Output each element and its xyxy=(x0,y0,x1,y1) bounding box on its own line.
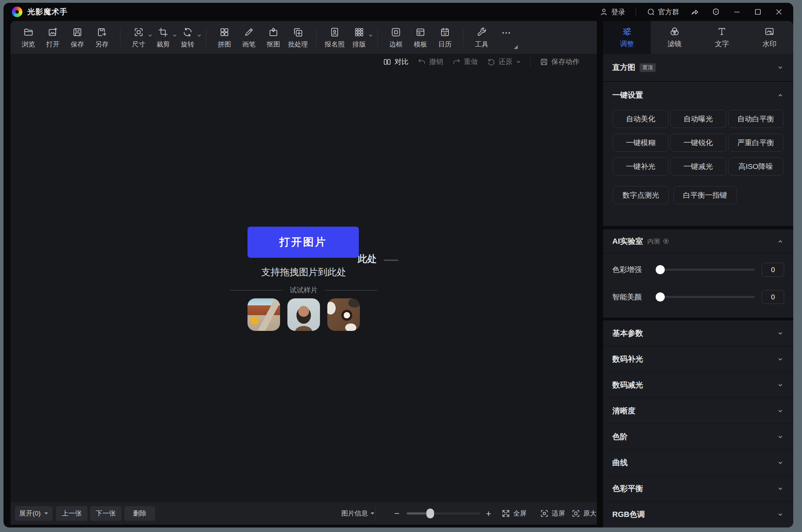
chevron-down-icon[interactable] xyxy=(776,355,784,363)
pin-badge[interactable]: 置顶 xyxy=(640,63,656,72)
toolbar-save[interactable]: 保存 xyxy=(67,26,88,49)
close-button[interactable] xyxy=(774,8,784,16)
tab-filter[interactable]: 滤镜 xyxy=(651,21,698,54)
zoom-in-button[interactable]: + xyxy=(486,502,491,525)
color-enhance-slider[interactable] xyxy=(656,269,755,271)
high-iso-denoise-button[interactable]: 高ISO降噪 xyxy=(728,157,783,176)
minimize-button[interactable] xyxy=(732,8,742,16)
section-digital-fill-light[interactable]: 数码补光 xyxy=(603,346,793,372)
section-levels[interactable]: 色阶 xyxy=(603,424,793,450)
prev-button[interactable]: 上一张 xyxy=(56,506,88,521)
chevron-down-icon[interactable] xyxy=(776,381,784,389)
slider-thumb[interactable] xyxy=(656,292,665,302)
redo-button[interactable]: 重做 xyxy=(452,57,478,66)
toolbar-cutout[interactable]: 抠图 xyxy=(263,26,284,49)
auto-white-balance-button[interactable]: 自动白平衡 xyxy=(728,110,783,128)
toolbar-batch[interactable]: 批处理 xyxy=(288,26,308,49)
chevron-down-icon[interactable] xyxy=(368,33,373,38)
chevron-down-icon[interactable] xyxy=(197,33,202,38)
official-group-button[interactable]: 官方群 xyxy=(647,7,679,17)
tab-adjust[interactable]: 调整 xyxy=(603,21,651,54)
toolbar-collage[interactable]: 拼图 xyxy=(214,26,235,49)
zoom-slider-thumb[interactable] xyxy=(426,509,434,518)
rotate-icon xyxy=(182,27,193,37)
chevron-down-icon[interactable] xyxy=(776,485,784,492)
fit-screen-button[interactable]: 适屏 xyxy=(540,502,565,525)
image-info-button[interactable]: 图片信息 xyxy=(341,502,375,525)
toolbar-template[interactable]: 模板 xyxy=(410,26,431,49)
help-icon[interactable] xyxy=(663,238,669,244)
share-icon xyxy=(691,8,699,16)
chevron-up-icon[interactable] xyxy=(776,237,784,245)
undo-button[interactable]: 撤销 xyxy=(418,57,443,66)
zoom-slider[interactable] xyxy=(407,512,480,515)
chevron-down-icon[interactable] xyxy=(776,329,784,337)
section-clarity[interactable]: 清晰度 xyxy=(603,398,793,424)
quick-settings-header[interactable]: 一键设置 xyxy=(603,82,793,108)
slider-thumb[interactable] xyxy=(656,265,665,274)
one-key-dim-light-button[interactable]: 一键减光 xyxy=(670,157,726,176)
sample-photo-1[interactable] xyxy=(247,298,280,331)
one-key-blur-button[interactable]: 一键模糊 xyxy=(613,134,668,152)
one-key-sharpen-button[interactable]: 一键锐化 xyxy=(670,134,726,152)
sample-photo-3[interactable] xyxy=(327,298,360,331)
compare-button[interactable]: 对比 xyxy=(383,57,409,66)
next-button[interactable]: 下一张 xyxy=(90,506,121,521)
restore-button[interactable]: 还原 xyxy=(487,57,521,66)
chevron-down-icon[interactable] xyxy=(148,33,153,38)
undo-icon xyxy=(418,58,426,66)
chevron-down-icon[interactable] xyxy=(776,407,784,415)
section-curves[interactable]: 曲线 xyxy=(603,450,793,476)
save-action-button[interactable]: 保存动作 xyxy=(540,57,579,66)
toolbar-brush[interactable]: 画笔 xyxy=(239,26,259,49)
section-digital-dim-light[interactable]: 数码减光 xyxy=(603,372,793,398)
section-color-balance[interactable]: 色彩平衡 xyxy=(603,476,793,502)
toolbar-tools[interactable]: 工具 xyxy=(472,26,492,49)
toolbar-calendar[interactable]: 日历 xyxy=(435,26,455,49)
toolbar-more[interactable] xyxy=(496,27,516,48)
open-image-button[interactable]: 打开图片 xyxy=(247,227,359,258)
zoom-out-button[interactable]: − xyxy=(394,502,399,525)
toolbar-crop[interactable]: 裁剪 xyxy=(153,26,173,49)
chevron-down-icon[interactable] xyxy=(776,433,784,441)
chevron-down-icon[interactable] xyxy=(172,33,177,38)
fullscreen-button[interactable]: 全屏 xyxy=(501,502,526,525)
histogram-header[interactable]: 直方图 置顶 xyxy=(603,54,793,81)
original-size-icon xyxy=(571,509,580,518)
toolbar-id-photo[interactable]: 报名照 xyxy=(325,26,345,49)
login-button[interactable]: 登录 xyxy=(600,7,625,17)
original-size-button[interactable]: 原大 xyxy=(571,502,597,525)
toolbar-save-as[interactable]: 另存 xyxy=(92,26,112,49)
share-button[interactable] xyxy=(690,8,700,16)
toolbar-border[interactable]: 边框 xyxy=(386,26,406,49)
toolbar-browse[interactable]: 浏览 xyxy=(18,26,39,49)
auto-exposure-button[interactable]: 自动曝光 xyxy=(670,110,726,128)
smart-beauty-slider[interactable] xyxy=(656,296,755,298)
chevron-up-icon[interactable] xyxy=(776,91,784,99)
severe-white-balance-button[interactable]: 严重白平衡 xyxy=(728,134,783,152)
section-rgb-tone[interactable]: RGB色调 xyxy=(603,502,793,527)
one-key-fill-light-button[interactable]: 一键补光 xyxy=(613,157,668,176)
toolbar-size[interactable]: 尺寸 xyxy=(128,26,149,49)
white-balance-one-touch-button[interactable]: 白平衡一指键 xyxy=(674,186,737,204)
toolbar-rotate[interactable]: 旋转 xyxy=(177,26,198,49)
chevron-down-icon[interactable] xyxy=(776,459,784,467)
smart-beauty-value[interactable]: 0 xyxy=(762,290,784,304)
tab-watermark[interactable]: 水印 xyxy=(746,21,793,54)
settings-button[interactable] xyxy=(711,8,721,16)
toolbar-open[interactable]: 打开 xyxy=(43,26,63,49)
restore-icon xyxy=(487,58,495,66)
tab-text[interactable]: 文字 xyxy=(698,21,746,54)
section-basic-params[interactable]: 基本参数 xyxy=(603,320,793,346)
delete-button[interactable]: 删除 xyxy=(124,506,155,521)
color-enhance-value[interactable]: 0 xyxy=(762,263,784,277)
chevron-down-icon[interactable] xyxy=(776,511,784,518)
expand-button[interactable]: 展开(0) xyxy=(15,506,53,521)
sample-photo-2[interactable] xyxy=(287,298,320,331)
toolbar-layout[interactable]: 排版 xyxy=(349,26,369,49)
digital-spot-metering-button[interactable]: 数字点测光 xyxy=(613,186,669,204)
maximize-button[interactable] xyxy=(753,8,763,16)
ai-lab-header[interactable]: AI实验室 内测 xyxy=(603,229,793,253)
chevron-down-icon[interactable] xyxy=(776,64,784,71)
auto-beautify-button[interactable]: 自动美化 xyxy=(613,110,668,128)
